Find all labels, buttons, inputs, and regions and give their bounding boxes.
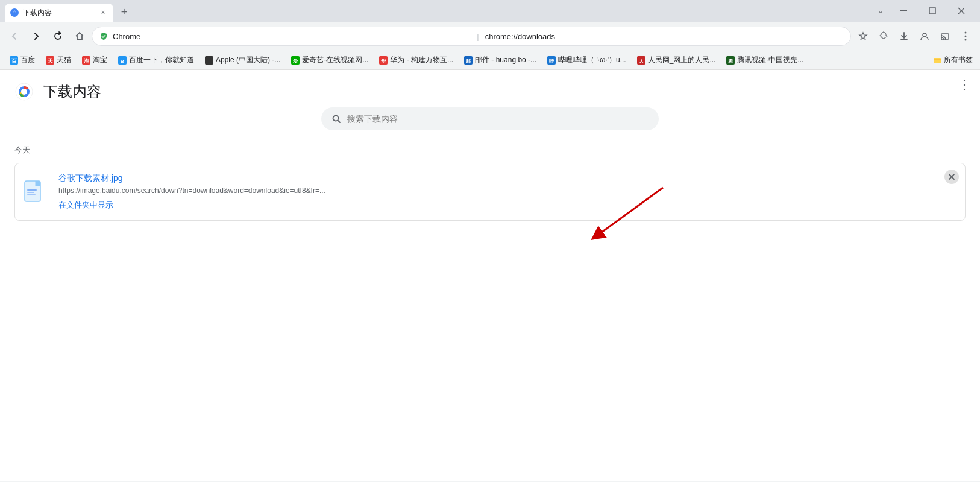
bookmark-mail[interactable]: 邮 邮件 - huang bo -... xyxy=(459,54,541,66)
security-icon xyxy=(99,32,108,40)
show-in-folder-link[interactable]: 在文件夹中显示 xyxy=(58,200,113,211)
svg-rect-41 xyxy=(36,181,40,186)
bookmark-taobao[interactable]: 淘 淘宝 xyxy=(77,54,112,66)
remove-download-button[interactable] xyxy=(944,170,959,184)
search-icon xyxy=(331,114,341,124)
tab-area: 下载内容 × + xyxy=(0,0,133,22)
iqiyi-favicon: 爱 xyxy=(291,56,300,65)
svg-text:百: 百 xyxy=(11,58,17,64)
cast-button[interactable] xyxy=(935,27,955,46)
svg-point-10 xyxy=(965,32,967,34)
bookmark-baidu[interactable]: 百 百度 xyxy=(5,54,40,66)
forward-button[interactable] xyxy=(27,27,46,46)
download-info: 谷歌下载素材.jpg https://image.baidu.com/searc… xyxy=(54,163,965,220)
downloads-header: 下载内容 xyxy=(0,70,980,107)
bookmark-baidu2[interactable]: B 百度一下，你就知道 xyxy=(113,54,199,66)
svg-text:爱: 爱 xyxy=(293,58,298,64)
download-url: https://image.baidu.com/search/down?tn=d… xyxy=(58,186,960,195)
home-button[interactable] xyxy=(70,27,89,46)
apple-favicon xyxy=(205,56,213,65)
bookmarks-folder-icon xyxy=(933,56,941,65)
close-button[interactable] xyxy=(947,0,975,22)
bookmark-bilibili[interactable]: 哔 哔哩哔哩（ '·ω·'）u... xyxy=(542,54,631,66)
svg-point-1 xyxy=(13,11,16,14)
bookmark-iqiyi[interactable]: 爱 爱奇艺-在线视频网... xyxy=(286,54,373,66)
huawei-favicon: 华 xyxy=(379,56,388,65)
svg-text:天: 天 xyxy=(47,58,54,64)
active-tab[interactable]: 下载内容 × xyxy=(5,4,113,22)
svg-rect-2 xyxy=(900,10,907,11)
bookmark-tencent-video[interactable]: 腾 腾讯视频-中国视先... xyxy=(721,54,808,66)
search-bar-container xyxy=(0,107,980,140)
svg-rect-43 xyxy=(27,192,34,193)
address-bar[interactable]: Chrome | chrome://downloads xyxy=(92,27,851,46)
profile-button[interactable] xyxy=(915,27,934,46)
svg-text:淘: 淘 xyxy=(84,58,89,64)
bookmarks-bar: 百 百度 天 天猫 淘 淘宝 B 百度一下，你就知道 Apple (中国大陆) … xyxy=(0,51,980,70)
extensions-button[interactable] xyxy=(874,27,893,46)
bookmark-star-button[interactable] xyxy=(853,27,873,46)
taobao-favicon: 淘 xyxy=(82,56,90,65)
bilibili-favicon: 哔 xyxy=(547,56,556,65)
bookmark-huawei[interactable]: 华 华为 - 构建万物互... xyxy=(374,54,458,66)
tianmao-favicon: 天 xyxy=(46,56,54,65)
svg-point-9 xyxy=(941,39,942,40)
svg-rect-3 xyxy=(929,8,935,14)
svg-text:人: 人 xyxy=(638,59,644,64)
mail-favicon: 邮 xyxy=(464,56,473,65)
new-tab-button[interactable]: + xyxy=(116,4,133,21)
download-item: 谷歌下载素材.jpg https://image.baidu.com/searc… xyxy=(14,163,966,221)
titlebar: 下载内容 × + ⌄ xyxy=(0,0,980,22)
svg-rect-44 xyxy=(27,194,36,195)
people-favicon: 人 xyxy=(637,56,645,65)
svg-point-37 xyxy=(21,89,27,95)
minimize-button[interactable] xyxy=(890,0,917,22)
today-label: 今天 xyxy=(0,140,980,160)
bookmark-tianmao[interactable]: 天 天猫 xyxy=(41,54,76,66)
window-controls: ⌄ xyxy=(868,0,980,22)
baidu-favicon: 百 xyxy=(10,56,18,65)
navbar: Chrome | chrome://downloads xyxy=(0,22,980,51)
nav-right-buttons xyxy=(853,27,975,46)
address-url: chrome://downloads xyxy=(485,32,843,41)
search-bar xyxy=(321,107,659,130)
address-brand: Chrome xyxy=(113,32,471,41)
svg-marker-6 xyxy=(859,33,867,40)
downloads-button[interactable] xyxy=(894,27,914,46)
svg-text:B: B xyxy=(121,59,124,64)
tab-favicon xyxy=(10,8,19,17)
svg-text:哔: 哔 xyxy=(549,59,554,64)
search-input[interactable] xyxy=(347,114,649,124)
svg-text:华: 华 xyxy=(380,59,386,64)
svg-rect-21 xyxy=(205,56,213,65)
menu-button[interactable] xyxy=(956,27,975,46)
svg-rect-42 xyxy=(27,189,37,191)
download-filename[interactable]: 谷歌下载素材.jpg xyxy=(58,173,960,184)
close-icon xyxy=(948,173,955,180)
baidu2-favicon: B xyxy=(118,56,127,65)
tab-title: 下载内容 xyxy=(23,8,94,18)
download-file-icon-area xyxy=(15,163,54,220)
svg-point-7 xyxy=(923,33,926,37)
chrome-logo xyxy=(14,82,34,101)
file-icon xyxy=(24,180,45,204)
svg-point-12 xyxy=(965,39,967,41)
svg-point-11 xyxy=(965,36,967,37)
reload-button[interactable] xyxy=(48,27,68,46)
back-button[interactable] xyxy=(5,27,24,46)
svg-text:邮: 邮 xyxy=(466,59,471,64)
svg-line-39 xyxy=(338,121,341,123)
page-menu-button[interactable]: ⋮ xyxy=(958,77,970,92)
all-bookmarks-button[interactable]: 所有书签 xyxy=(933,55,975,65)
maximize-button[interactable] xyxy=(919,0,946,22)
svg-text:腾: 腾 xyxy=(728,59,733,64)
tab-close-button[interactable]: × xyxy=(98,7,108,18)
download-actions: 在文件夹中显示 xyxy=(58,200,960,211)
bookmark-people[interactable]: 人 人民网_网上的人民... xyxy=(632,54,721,66)
tencent-favicon: 腾 xyxy=(726,56,735,65)
page-content: 下载内容 今天 谷歌下载素材.jpg http xyxy=(0,70,980,481)
restore-down-button[interactable]: ⌄ xyxy=(873,7,888,15)
page-title: 下载内容 xyxy=(43,82,101,101)
svg-rect-34 xyxy=(934,58,941,63)
bookmark-apple[interactable]: Apple (中国大陆) -... xyxy=(200,54,285,66)
